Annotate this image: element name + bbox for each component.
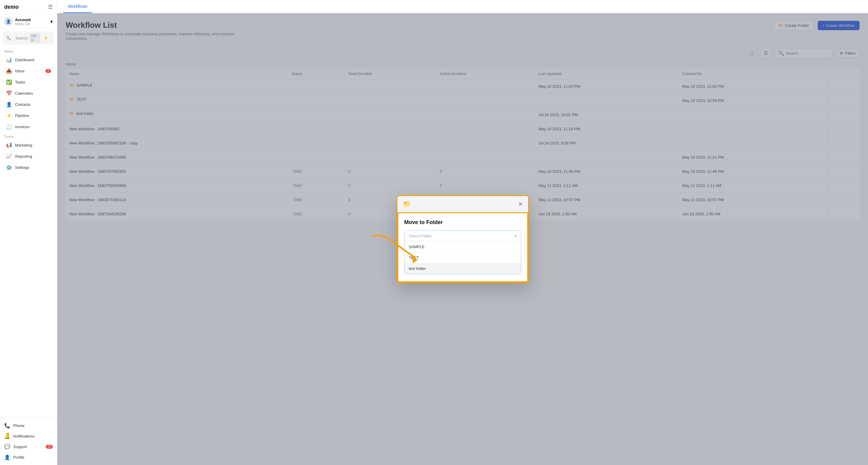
sidebar-item-label: Notifications (13, 434, 35, 438)
search-shortcut: ctrl K (30, 33, 40, 43)
search-bar[interactable]: 🔍 Search ctrl K ⚡ (3, 31, 54, 45)
account-info: Account Irvine, CA (15, 18, 48, 26)
sidebar-item-inbox[interactable]: 📥 Inbox 2 (2, 66, 55, 76)
sidebar: demo ☰ 👤 Account Irvine, CA ▾ 🔍 Search c… (0, 0, 57, 465)
invoices-icon: 🧾 (6, 124, 12, 130)
top-bar: Workflows (57, 0, 868, 13)
modal-overlay: 📁 ✕ Move to Folder Select Folder ▾ SAMPL… (57, 13, 868, 465)
support-icon: 💬 (4, 444, 10, 449)
sidebar-item-label: Dashboard (15, 58, 34, 62)
sidebar-item-dashboard[interactable]: 📊 Dashboard (2, 55, 55, 65)
dropdown-item-test-folder[interactable]: test folder (405, 263, 521, 274)
sidebar-item-settings[interactable]: ⚙️ Settings (2, 162, 55, 173)
move-to-folder-modal: 📁 ✕ Move to Folder Select Folder ▾ SAMPL… (397, 195, 529, 283)
modal-top-bar: 📁 ✕ (397, 196, 528, 212)
sidebar-item-label: Contacts (15, 102, 30, 107)
sidebar-footer: 📞 Phone 🔔 Notifications 💬 Support 15 👤 P… (0, 418, 57, 465)
support-badge: 15 (46, 445, 53, 449)
avatar: 👤 (4, 17, 13, 26)
sidebar-item-label: Phone (13, 424, 25, 428)
account-location: Irvine, CA (15, 22, 48, 26)
contacts-icon: 👤 (6, 101, 12, 107)
sidebar-item-support[interactable]: 💬 Support 15 (0, 441, 57, 452)
main-content: Workflows Workflow List Create and manag… (57, 0, 868, 465)
modal-title: Move to Folder (404, 219, 521, 226)
pipeline-icon: ⚡ (6, 113, 12, 118)
sidebar-item-label: Inbox (15, 69, 25, 73)
content-area: Workflow List Create and manage Workflow… (57, 13, 868, 465)
workflows-tab[interactable]: Workflows (63, 0, 92, 13)
sidebar-header: demo ☰ (0, 0, 57, 14)
sidebar-item-label: Invoices (15, 124, 30, 129)
sidebar-item-reporting[interactable]: 📈 Reporting (2, 151, 55, 162)
select-placeholder: Select Folder (409, 234, 432, 238)
sidebar-item-invoices[interactable]: 🧾 Invoices (2, 121, 55, 132)
dropdown-list: SAMPLE TEST test folder (405, 241, 521, 274)
search-icon: 🔍 (6, 36, 13, 40)
sidebar-item-tasks[interactable]: ✅ Tasks (2, 77, 55, 87)
settings-icon: ⚙️ (6, 165, 12, 170)
select-display[interactable]: Select Folder ▾ (405, 231, 521, 241)
dropdown-item-sample[interactable]: SAMPLE (405, 241, 521, 253)
sidebar-item-label: Marketing (15, 143, 32, 147)
account-section[interactable]: 👤 Account Irvine, CA ▾ (0, 14, 57, 29)
sidebar-item-phone[interactable]: 📞 Phone (0, 420, 57, 431)
sidebar-item-label: Calendars (15, 91, 33, 95)
sidebar-item-calendars[interactable]: 📅 Calendars (2, 88, 55, 98)
search-label: Search (16, 36, 28, 40)
sidebar-item-label: Reporting (15, 154, 32, 158)
lightning-icon: ⚡ (43, 36, 51, 40)
sidebar-item-label: Pipeline (15, 113, 29, 118)
folder-select[interactable]: Select Folder ▾ SAMPLE TEST test folder (404, 230, 521, 274)
sidebar-item-notifications[interactable]: 🔔 Notifications (0, 431, 57, 441)
sidebar-item-pipeline[interactable]: ⚡ Pipeline (2, 110, 55, 121)
notification-dot (7, 433, 9, 435)
account-chevron-icon: ▾ (50, 19, 53, 24)
inbox-icon: 📥 (6, 68, 12, 74)
sidebar-item-contacts[interactable]: 👤 Contacts (2, 99, 55, 110)
sidebar-item-profile[interactable]: 👤 Profile (0, 452, 57, 463)
modal-close-button[interactable]: ✕ (518, 201, 523, 207)
inbox-badge: 2 (45, 69, 51, 73)
sidebar-toggle-icon[interactable]: ☰ (48, 4, 53, 10)
sidebar-item-marketing[interactable]: 📢 Marketing (2, 140, 55, 150)
modal-body: Move to Folder Select Folder ▾ SAMPLE TE… (397, 212, 528, 282)
reporting-icon: 📈 (6, 153, 12, 159)
apps-section-label: Apps (0, 47, 57, 54)
profile-icon: 👤 (4, 455, 10, 460)
sidebar-item-label: Profile (13, 455, 24, 460)
sidebar-item-label: Tasks (15, 80, 25, 84)
chevron-down-icon: ▾ (515, 234, 517, 238)
sidebar-item-label: Support (13, 444, 27, 449)
tasks-icon: ✅ (6, 79, 12, 85)
tools-section-label: Tools (0, 133, 57, 140)
sidebar-item-label: Settings (15, 165, 29, 170)
dropdown-item-test[interactable]: TEST (405, 253, 521, 263)
marketing-icon: 📢 (6, 142, 12, 148)
account-name: Account (15, 18, 48, 22)
dashboard-icon: 📊 (6, 57, 12, 63)
phone-icon: 📞 (4, 423, 10, 429)
modal-folder-icon: 📁 (403, 200, 411, 208)
calendars-icon: 📅 (6, 90, 12, 96)
app-logo: demo (4, 4, 19, 10)
